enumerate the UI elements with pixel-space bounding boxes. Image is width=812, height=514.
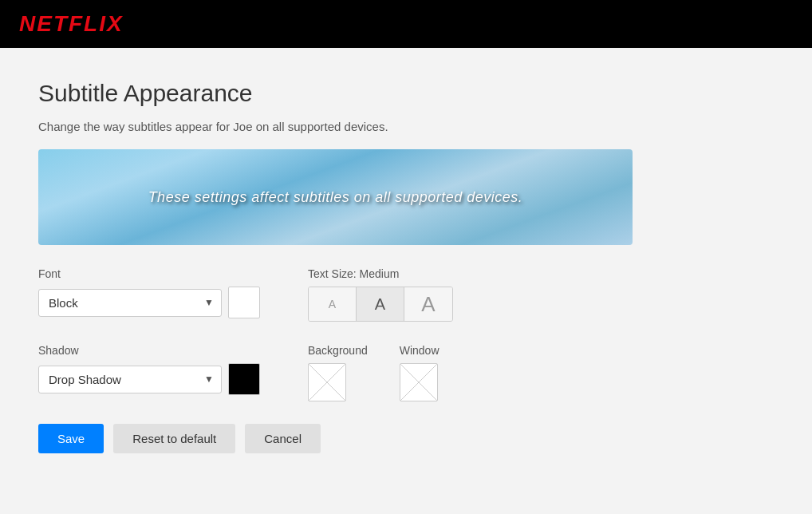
font-row: Block Arial Courier New Times New Roman … [38,287,260,318]
font-select[interactable]: Block Arial Courier New Times New Roman [38,289,222,317]
font-section: Font Block Arial Courier New Times New R… [38,267,260,322]
background-label: Background [308,344,368,357]
text-size-section: Text Size: Medium A A A [308,267,453,322]
netflix-logo: NETFLIX [19,11,124,37]
shadow-dropdown-wrapper: None Drop Shadow Raised Depressed Unifor… [38,366,222,393]
shadow-section: Shadow None Drop Shadow Raised Depressed… [38,344,260,401]
action-buttons: Save Reset to default Cancel [38,424,774,453]
page-title: Subtitle Appearance [38,80,774,107]
shadow-row-inner: None Drop Shadow Raised Depressed Unifor… [38,363,260,395]
shadow-label: Shadow [38,344,260,357]
text-size-large-button[interactable]: A [404,287,452,321]
shadow-row: Shadow None Drop Shadow Raised Depressed… [38,344,774,401]
shadow-color-swatch[interactable] [228,363,260,395]
window-section: Window [400,344,440,401]
text-size-buttons: A A A [308,287,453,322]
background-swatch[interactable] [308,363,346,401]
reset-button[interactable]: Reset to default [113,424,235,453]
preview-text: These settings affect subtitles on all s… [148,189,523,206]
subtitle-preview: These settings affect subtitles on all s… [38,149,633,245]
shadow-select[interactable]: None Drop Shadow Raised Depressed Unifor… [38,366,222,393]
cancel-button[interactable]: Cancel [245,424,321,453]
window-label: Window [400,344,440,357]
text-size-small-button[interactable]: A [309,287,357,321]
text-size-medium-button[interactable]: A [357,287,404,321]
window-swatch[interactable] [400,363,438,401]
bg-window-section: Background Window [308,344,440,401]
background-section: Background [308,344,368,401]
text-size-label: Text Size: Medium [308,267,453,280]
font-dropdown-wrapper: Block Arial Courier New Times New Roman … [38,289,222,317]
header: NETFLIX [0,0,812,48]
main-content: Subtitle Appearance Change the way subti… [0,48,812,485]
save-button[interactable]: Save [38,424,104,453]
font-color-swatch[interactable] [228,287,260,318]
font-label: Font [38,267,260,280]
page-description: Change the way subtitles appear for Joe … [38,120,774,133]
font-textsize-row: Font Block Arial Courier New Times New R… [38,267,774,322]
